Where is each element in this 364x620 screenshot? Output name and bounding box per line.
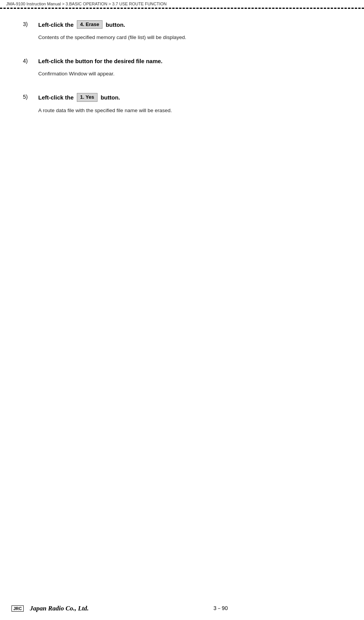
yes-button-replica: 1. Yes: [77, 93, 98, 101]
step-3-heading-before: Left-click the: [38, 21, 74, 29]
company-name: Japan Radio Co., Ltd.: [30, 605, 89, 612]
step-5-heading: Left-click the 1. Yes button.: [38, 93, 341, 101]
step-4-item: 4) Left-click the button for the desired…: [23, 57, 341, 78]
step-3-block: 3) Left-click the 4. Erase button. Conte…: [23, 20, 341, 42]
step-5-block: 5) Left-click the 1. Yes button. A route…: [23, 93, 341, 114]
step-5-number: 5): [23, 93, 38, 100]
step-3-item: 3) Left-click the 4. Erase button. Conte…: [23, 20, 341, 42]
breadcrumb: JMA-9100 Instruction Manual > 3.BASIC OP…: [0, 0, 364, 8]
jrc-label: JRC: [11, 605, 24, 612]
step-5-heading-after: button.: [101, 93, 120, 101]
page-footer: JRC Japan Radio Co., Ltd. 3－90: [0, 605, 364, 612]
step-4-description: Confirmation Window will appear.: [38, 70, 341, 78]
step-5-heading-before: Left-click the: [38, 93, 74, 101]
step-5-content: Left-click the 1. Yes button. A route da…: [38, 93, 341, 114]
step-4-heading: Left-click the button for the desired fi…: [38, 57, 341, 65]
step-4-content: Left-click the button for the desired fi…: [38, 57, 341, 78]
step-3-number: 3): [23, 20, 38, 27]
step-3-content: Left-click the 4. Erase button. Contents…: [38, 20, 341, 42]
erase-button-replica: 4. Erase: [77, 20, 103, 29]
step-4-number: 4): [23, 57, 38, 64]
step-5-item: 5) Left-click the 1. Yes button. A route…: [23, 93, 341, 114]
step-4-heading-before: Left-click the button for the desired fi…: [38, 57, 162, 65]
step-5-description: A route data file with the specified fil…: [38, 106, 341, 115]
step-3-heading-after: button.: [106, 21, 125, 29]
main-content: 3) Left-click the 4. Erase button. Conte…: [0, 9, 364, 153]
step-3-description: Contents of the specified memory card (f…: [38, 33, 341, 42]
page-number: 3－90: [89, 605, 353, 612]
footer-logo-area: JRC Japan Radio Co., Ltd.: [11, 605, 89, 612]
step-3-heading: Left-click the 4. Erase button.: [38, 20, 341, 29]
step-4-block: 4) Left-click the button for the desired…: [23, 57, 341, 78]
